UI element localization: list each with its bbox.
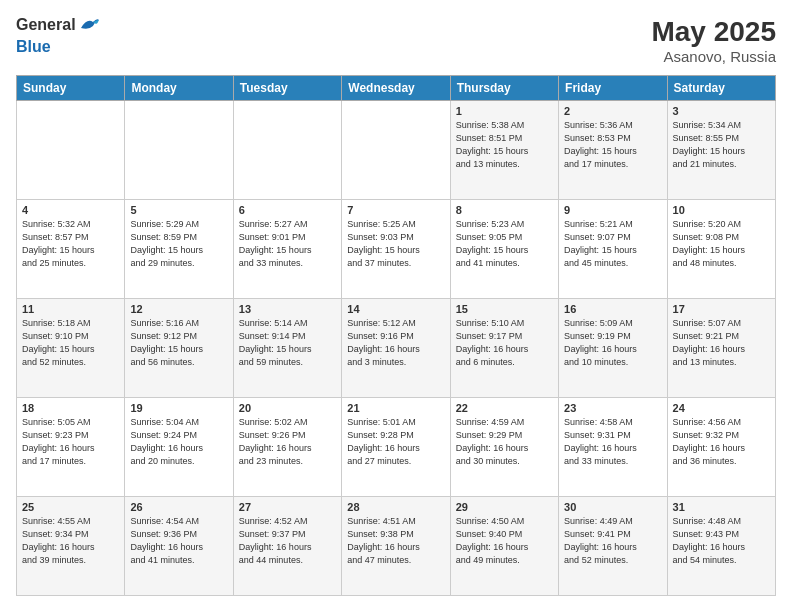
day-number: 4 (22, 204, 119, 216)
day-info: Sunrise: 4:50 AMSunset: 9:40 PMDaylight:… (456, 515, 553, 567)
calendar-cell: 30Sunrise: 4:49 AMSunset: 9:41 PMDayligh… (559, 497, 667, 596)
day-info: Sunrise: 5:29 AMSunset: 8:59 PMDaylight:… (130, 218, 227, 270)
calendar-cell: 26Sunrise: 4:54 AMSunset: 9:36 PMDayligh… (125, 497, 233, 596)
calendar-cell: 7Sunrise: 5:25 AMSunset: 9:03 PMDaylight… (342, 200, 450, 299)
calendar-cell: 16Sunrise: 5:09 AMSunset: 9:19 PMDayligh… (559, 299, 667, 398)
day-info: Sunrise: 5:23 AMSunset: 9:05 PMDaylight:… (456, 218, 553, 270)
day-number: 10 (673, 204, 770, 216)
calendar-cell: 11Sunrise: 5:18 AMSunset: 9:10 PMDayligh… (17, 299, 125, 398)
day-number: 12 (130, 303, 227, 315)
week-row-1: 1Sunrise: 5:38 AMSunset: 8:51 PMDaylight… (17, 101, 776, 200)
day-info: Sunrise: 5:34 AMSunset: 8:55 PMDaylight:… (673, 119, 770, 171)
day-info: Sunrise: 5:25 AMSunset: 9:03 PMDaylight:… (347, 218, 444, 270)
day-number: 17 (673, 303, 770, 315)
day-number: 26 (130, 501, 227, 513)
day-number: 3 (673, 105, 770, 117)
day-info: Sunrise: 5:05 AMSunset: 9:23 PMDaylight:… (22, 416, 119, 468)
day-info: Sunrise: 5:12 AMSunset: 9:16 PMDaylight:… (347, 317, 444, 369)
col-header-monday: Monday (125, 76, 233, 101)
day-number: 7 (347, 204, 444, 216)
day-number: 18 (22, 402, 119, 414)
logo-bird-icon (79, 16, 101, 38)
day-number: 15 (456, 303, 553, 315)
day-number: 13 (239, 303, 336, 315)
calendar-cell: 28Sunrise: 4:51 AMSunset: 9:38 PMDayligh… (342, 497, 450, 596)
day-number: 20 (239, 402, 336, 414)
calendar-cell: 13Sunrise: 5:14 AMSunset: 9:14 PMDayligh… (233, 299, 341, 398)
day-info: Sunrise: 5:20 AMSunset: 9:08 PMDaylight:… (673, 218, 770, 270)
calendar-cell: 12Sunrise: 5:16 AMSunset: 9:12 PMDayligh… (125, 299, 233, 398)
col-header-sunday: Sunday (17, 76, 125, 101)
calendar-cell: 5Sunrise: 5:29 AMSunset: 8:59 PMDaylight… (125, 200, 233, 299)
day-number: 6 (239, 204, 336, 216)
calendar-cell: 15Sunrise: 5:10 AMSunset: 9:17 PMDayligh… (450, 299, 558, 398)
calendar-cell: 20Sunrise: 5:02 AMSunset: 9:26 PMDayligh… (233, 398, 341, 497)
calendar-cell: 4Sunrise: 5:32 AMSunset: 8:57 PMDaylight… (17, 200, 125, 299)
calendar-cell: 8Sunrise: 5:23 AMSunset: 9:05 PMDaylight… (450, 200, 558, 299)
day-info: Sunrise: 4:56 AMSunset: 9:32 PMDaylight:… (673, 416, 770, 468)
calendar-cell (233, 101, 341, 200)
day-number: 30 (564, 501, 661, 513)
day-info: Sunrise: 4:54 AMSunset: 9:36 PMDaylight:… (130, 515, 227, 567)
day-info: Sunrise: 4:59 AMSunset: 9:29 PMDaylight:… (456, 416, 553, 468)
day-number: 8 (456, 204, 553, 216)
day-info: Sunrise: 5:14 AMSunset: 9:14 PMDaylight:… (239, 317, 336, 369)
calendar-cell: 18Sunrise: 5:05 AMSunset: 9:23 PMDayligh… (17, 398, 125, 497)
week-row-5: 25Sunrise: 4:55 AMSunset: 9:34 PMDayligh… (17, 497, 776, 596)
day-info: Sunrise: 5:38 AMSunset: 8:51 PMDaylight:… (456, 119, 553, 171)
day-number: 1 (456, 105, 553, 117)
calendar-cell: 23Sunrise: 4:58 AMSunset: 9:31 PMDayligh… (559, 398, 667, 497)
day-info: Sunrise: 5:10 AMSunset: 9:17 PMDaylight:… (456, 317, 553, 369)
logo: General Blue (16, 16, 101, 56)
day-number: 28 (347, 501, 444, 513)
month-year: May 2025 (651, 16, 776, 48)
col-header-thursday: Thursday (450, 76, 558, 101)
calendar-cell: 22Sunrise: 4:59 AMSunset: 9:29 PMDayligh… (450, 398, 558, 497)
calendar-cell: 10Sunrise: 5:20 AMSunset: 9:08 PMDayligh… (667, 200, 775, 299)
day-info: Sunrise: 5:32 AMSunset: 8:57 PMDaylight:… (22, 218, 119, 270)
day-number: 9 (564, 204, 661, 216)
day-info: Sunrise: 5:09 AMSunset: 9:19 PMDaylight:… (564, 317, 661, 369)
page: General Blue May 2025 Asanovo, Russia Su… (0, 0, 792, 612)
day-info: Sunrise: 4:51 AMSunset: 9:38 PMDaylight:… (347, 515, 444, 567)
calendar-cell: 21Sunrise: 5:01 AMSunset: 9:28 PMDayligh… (342, 398, 450, 497)
day-number: 25 (22, 501, 119, 513)
calendar-cell (342, 101, 450, 200)
day-number: 2 (564, 105, 661, 117)
calendar-cell (125, 101, 233, 200)
col-header-saturday: Saturday (667, 76, 775, 101)
logo-text: General Blue (16, 16, 101, 56)
week-row-3: 11Sunrise: 5:18 AMSunset: 9:10 PMDayligh… (17, 299, 776, 398)
calendar-cell: 25Sunrise: 4:55 AMSunset: 9:34 PMDayligh… (17, 497, 125, 596)
col-header-tuesday: Tuesday (233, 76, 341, 101)
day-number: 29 (456, 501, 553, 513)
calendar-cell: 9Sunrise: 5:21 AMSunset: 9:07 PMDaylight… (559, 200, 667, 299)
calendar-table: SundayMondayTuesdayWednesdayThursdayFrid… (16, 75, 776, 596)
day-number: 14 (347, 303, 444, 315)
logo-general: General (16, 16, 76, 33)
calendar-cell: 6Sunrise: 5:27 AMSunset: 9:01 PMDaylight… (233, 200, 341, 299)
day-info: Sunrise: 4:49 AMSunset: 9:41 PMDaylight:… (564, 515, 661, 567)
day-number: 22 (456, 402, 553, 414)
calendar-cell: 3Sunrise: 5:34 AMSunset: 8:55 PMDaylight… (667, 101, 775, 200)
col-header-friday: Friday (559, 76, 667, 101)
calendar-cell: 17Sunrise: 5:07 AMSunset: 9:21 PMDayligh… (667, 299, 775, 398)
day-info: Sunrise: 5:36 AMSunset: 8:53 PMDaylight:… (564, 119, 661, 171)
day-info: Sunrise: 4:52 AMSunset: 9:37 PMDaylight:… (239, 515, 336, 567)
day-info: Sunrise: 4:48 AMSunset: 9:43 PMDaylight:… (673, 515, 770, 567)
day-info: Sunrise: 5:21 AMSunset: 9:07 PMDaylight:… (564, 218, 661, 270)
day-number: 21 (347, 402, 444, 414)
day-info: Sunrise: 4:55 AMSunset: 9:34 PMDaylight:… (22, 515, 119, 567)
day-info: Sunrise: 5:01 AMSunset: 9:28 PMDaylight:… (347, 416, 444, 468)
title-block: May 2025 Asanovo, Russia (651, 16, 776, 65)
day-info: Sunrise: 5:07 AMSunset: 9:21 PMDaylight:… (673, 317, 770, 369)
day-number: 27 (239, 501, 336, 513)
calendar-header-row: SundayMondayTuesdayWednesdayThursdayFrid… (17, 76, 776, 101)
day-info: Sunrise: 5:02 AMSunset: 9:26 PMDaylight:… (239, 416, 336, 468)
day-info: Sunrise: 5:18 AMSunset: 9:10 PMDaylight:… (22, 317, 119, 369)
week-row-4: 18Sunrise: 5:05 AMSunset: 9:23 PMDayligh… (17, 398, 776, 497)
day-number: 23 (564, 402, 661, 414)
day-info: Sunrise: 4:58 AMSunset: 9:31 PMDaylight:… (564, 416, 661, 468)
calendar-cell: 27Sunrise: 4:52 AMSunset: 9:37 PMDayligh… (233, 497, 341, 596)
day-number: 5 (130, 204, 227, 216)
